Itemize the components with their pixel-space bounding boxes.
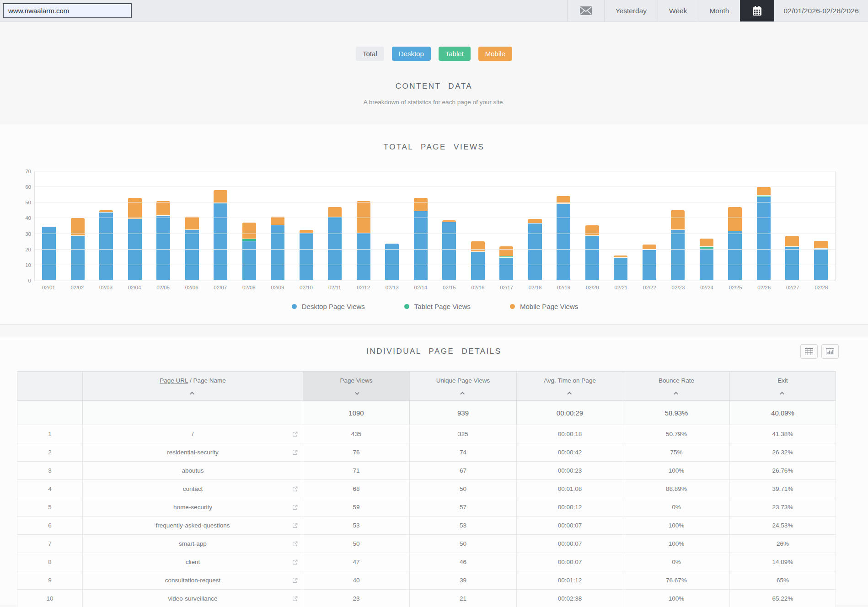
x-tick-02/22: 02/22 [635, 285, 664, 290]
table-row: 8client 474600:00:070%14.89% [17, 553, 836, 571]
exit-cell: 14.89% [730, 553, 836, 571]
page-name: smart-app [179, 540, 207, 547]
site-url-input[interactable] [3, 3, 132, 18]
avg-time-cell: 00:01:12 [517, 571, 623, 590]
external-link-icon[interactable] [292, 449, 298, 456]
unique-page-views-cell: 39 [410, 571, 517, 590]
filter-button-total[interactable]: Total [356, 47, 384, 61]
bar-02/17 [499, 246, 513, 280]
legend-item-mobile[interactable]: Mobile Page Views [510, 303, 578, 310]
avg-time-cell: 00:00:07 [517, 553, 623, 571]
table-view-button[interactable] [800, 344, 818, 359]
x-tick-02/20: 02/20 [578, 285, 607, 290]
legend-item-tablet[interactable]: Tablet Page Views [404, 303, 471, 310]
y-tick-0: 0 [16, 278, 31, 283]
external-link-icon[interactable] [292, 431, 298, 437]
x-tick-02/15: 02/15 [435, 285, 464, 290]
unique-page-views-cell: 46 [410, 553, 517, 571]
page-views-cell: 76 [303, 443, 410, 462]
y-tick-30: 30 [16, 231, 31, 237]
x-tick-02/23: 02/23 [664, 285, 693, 290]
bounce-rate-cell: 100% [623, 516, 730, 535]
range-button-yesterday[interactable]: Yesterday [604, 0, 658, 21]
bar-02/08 [242, 223, 256, 280]
filter-button-mobile[interactable]: Mobile [478, 47, 512, 61]
chart-legend: Desktop Page ViewsTablet Page ViewsMobil… [34, 303, 836, 310]
range-button-month[interactable]: Month [698, 0, 740, 21]
bar-02/14 [414, 198, 428, 280]
x-tick-02/06: 02/06 [177, 285, 206, 290]
x-tick-02/28: 02/28 [807, 285, 836, 290]
x-tick-02/11: 02/11 [321, 285, 349, 290]
bar-02/28 [814, 241, 828, 280]
gridline-50 [35, 202, 835, 202]
page-url-link[interactable]: Page URL [160, 377, 188, 384]
page-name: consultation-request [165, 577, 221, 584]
total-page-views-panel: TOTAL PAGE VIEWS 010203040506070 02/0102… [0, 124, 868, 325]
mail-button[interactable] [567, 0, 604, 21]
external-link-icon[interactable] [292, 504, 298, 511]
external-link-icon[interactable] [292, 541, 298, 547]
page-views-cell: 71 [303, 462, 410, 480]
table-row: 5home-security 595700:00:120%23.73% [17, 498, 836, 516]
legend-item-desktop[interactable]: Desktop Page Views [292, 303, 365, 310]
unique-page-views-cell: 50 [410, 480, 517, 498]
topbar-controls: Yesterday Week Month 02/01/2026-02/28/20… [567, 0, 868, 21]
summary-exit: 40.09% [730, 401, 836, 425]
external-link-icon[interactable] [292, 596, 298, 602]
external-link-icon[interactable] [292, 559, 298, 565]
y-tick-40: 40 [16, 215, 31, 221]
table-view-icon [805, 348, 813, 355]
page-details-table: Page URL / Page NamePage ViewsUnique Pag… [17, 371, 836, 607]
page-views-cell: 40 [303, 571, 410, 590]
x-tick-02/04: 02/04 [120, 285, 149, 290]
page-cell: consultation-request [83, 571, 303, 590]
page-cell: video-surveillance [83, 590, 303, 607]
page-views-cell: 47 [303, 553, 410, 571]
bounce-rate-cell: 75% [623, 443, 730, 462]
bar-02/22 [643, 245, 656, 280]
rank-cell: 6 [17, 516, 83, 535]
x-tick-02/16: 02/16 [464, 285, 493, 290]
column-header-bounce-rate[interactable]: Bounce Rate [623, 372, 730, 401]
legend-label: Mobile Page Views [520, 303, 578, 310]
date-range-label: 02/01/2026-02/28/2026 [774, 0, 868, 21]
page-views-cell: 435 [303, 425, 410, 443]
legend-dot [510, 304, 515, 309]
page-cell: / [83, 425, 303, 443]
external-link-icon[interactable] [292, 486, 298, 492]
bar-02/23 [671, 210, 685, 280]
page-cell: residential-security [83, 443, 303, 462]
sort-desc-icon [354, 390, 359, 395]
envelope-icon [580, 6, 592, 15]
bounce-rate-cell: 100% [623, 462, 730, 480]
column-header-unique-page-views[interactable]: Unique Page Views [410, 372, 517, 401]
filter-button-desktop[interactable]: Desktop [392, 47, 431, 61]
rank-cell: 9 [17, 571, 83, 590]
exit-cell: 24.53% [730, 516, 836, 535]
avg-time-cell: 00:00:12 [517, 498, 623, 516]
exit-cell: 26.32% [730, 443, 836, 462]
filter-button-tablet[interactable]: Tablet [439, 47, 471, 61]
x-tick-02/07: 02/07 [206, 285, 235, 290]
y-tick-70: 70 [16, 169, 31, 174]
external-link-icon[interactable] [292, 522, 298, 529]
page-views-cell: 59 [303, 498, 410, 516]
column-header-page-views[interactable]: Page Views [303, 372, 410, 401]
bar-02/04 [128, 198, 142, 280]
column-header-avg-time-on-page[interactable]: Avg. Time on Page [517, 372, 623, 401]
gridline-30 [35, 234, 835, 234]
table-body: 1090 939 00:00:29 58.93% 40.09% 1/ 43532… [17, 401, 836, 607]
column-header-page-url[interactable]: Page URL / Page Name [83, 372, 303, 401]
calendar-button[interactable] [740, 0, 774, 21]
range-button-week[interactable]: Week [658, 0, 698, 21]
external-link-icon[interactable] [292, 577, 298, 584]
avg-time-cell: 00:01:08 [517, 480, 623, 498]
unique-page-views-cell: 74 [410, 443, 517, 462]
rank-cell: 3 [17, 462, 83, 480]
unique-page-views-cell: 21 [410, 590, 517, 607]
column-header-exit[interactable]: Exit [730, 372, 836, 401]
table-row: 3aboutus716700:00:23100%26.76% [17, 462, 836, 480]
chart-view-button[interactable] [821, 344, 839, 359]
bar-02/21 [614, 256, 627, 280]
